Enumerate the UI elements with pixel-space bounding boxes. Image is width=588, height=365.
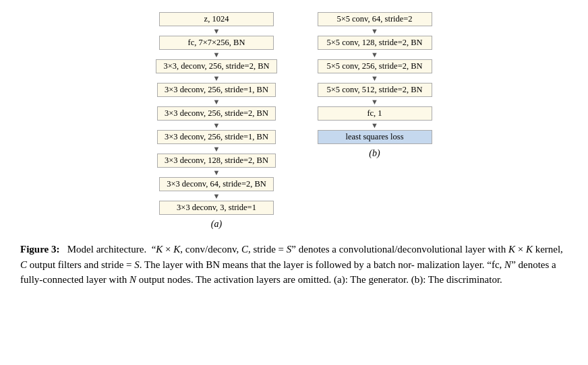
arrow-gen-5: [213, 144, 220, 154]
disc-box-1: 5×5 conv, 128, stride=2, BN: [318, 36, 432, 50]
figure-caption: Figure 3: Model architecture. “K × K, co…: [20, 242, 568, 288]
caption-text: Model architecture. “K × K, conv/deconv,…: [20, 244, 563, 285]
arrow-gen-1: [213, 50, 220, 59]
arrow-disc-1: [371, 50, 378, 59]
arrow-gen-6: [213, 168, 220, 177]
gen-box-2: 3×3, deconv, 256, stride=2, BN: [156, 59, 276, 73]
gen-box-7: 3×3 deconv, 64, stride=2, BN: [159, 177, 274, 191]
gen-label: (a): [211, 219, 222, 230]
disc-box-4: fc, 1: [318, 106, 432, 121]
arrow-disc-4: [371, 121, 378, 130]
arrow-gen-7: [213, 191, 220, 201]
disc-box-3: 5×5 conv, 512, stride=2, BN: [318, 83, 432, 97]
gen-box-8: 3×3 deconv, 3, stride=1: [159, 201, 274, 215]
arrow-gen-0: [213, 26, 220, 36]
disc-box-5: least squares loss: [318, 130, 432, 144]
arrow-disc-0: [371, 26, 378, 36]
generator-diagram: z, 1024 fc, 7×7×256, BN 3×3, deconv, 256…: [156, 12, 276, 230]
disc-box-0: 5×5 conv, 64, stride=2: [318, 12, 432, 26]
diagrams-row: z, 1024 fc, 7×7×256, BN 3×3, deconv, 256…: [20, 12, 568, 230]
disc-box-2: 5×5 conv, 256, stride=2, BN: [318, 59, 432, 73]
gen-box-4: 3×3 deconv, 256, stride=2, BN: [157, 106, 276, 121]
arrow-disc-2: [371, 73, 378, 83]
arrow-gen-2: [213, 73, 220, 83]
main-container: z, 1024 fc, 7×7×256, BN 3×3, deconv, 256…: [0, 0, 588, 365]
gen-box-0: z, 1024: [159, 12, 274, 26]
gen-box-5: 3×3 deconv, 256, stride=1, BN: [157, 130, 276, 144]
gen-box-6: 3×3 deconv, 128, stride=2, BN: [157, 154, 276, 168]
gen-box-1: fc, 7×7×256, BN: [159, 36, 274, 50]
arrow-disc-3: [371, 97, 378, 106]
disc-label: (b): [369, 148, 380, 159]
discriminator-diagram: 5×5 conv, 64, stride=2 5×5 conv, 128, st…: [318, 12, 432, 159]
figure-label: Figure 3:: [20, 244, 59, 255]
arrow-gen-4: [213, 121, 220, 130]
gen-box-3: 3×3 deconv, 256, stride=1, BN: [157, 83, 276, 97]
arrow-gen-3: [213, 97, 220, 106]
